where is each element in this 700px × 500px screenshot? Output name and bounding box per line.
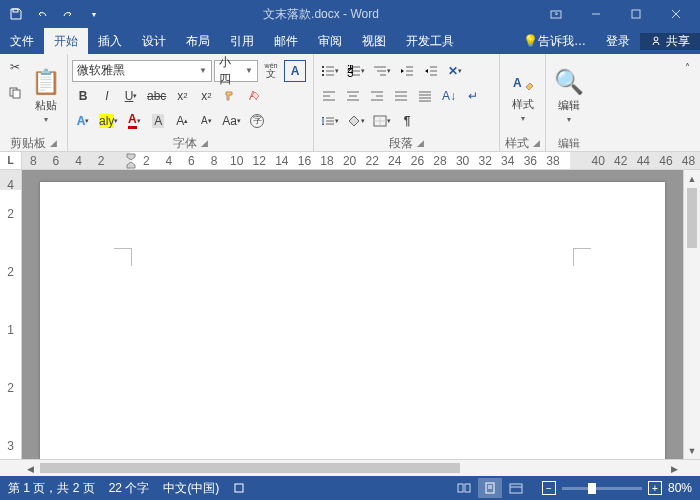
character-border-button[interactable]: A — [284, 60, 306, 82]
scroll-down-button[interactable]: ▼ — [684, 442, 700, 459]
clipboard-launcher[interactable]: ◢ — [50, 138, 57, 148]
align-justify-button[interactable] — [390, 85, 412, 107]
horizontal-scrollbar[interactable]: ◀ ▶ — [0, 459, 700, 476]
format-painter-button[interactable] — [219, 85, 241, 107]
font-launcher[interactable]: ◢ — [201, 138, 208, 148]
web-layout-button[interactable] — [504, 478, 528, 498]
enclose-char-button[interactable]: 字 — [246, 110, 268, 132]
scroll-thumb-h[interactable] — [40, 463, 460, 473]
record-macro-icon[interactable] — [233, 482, 245, 494]
align-right-button[interactable] — [366, 85, 388, 107]
highlight-button[interactable]: aly▾ — [96, 110, 121, 132]
italic-button[interactable]: I — [96, 85, 118, 107]
language-status[interactable]: 中文(中国) — [163, 480, 219, 497]
cut-button[interactable]: ✂ — [4, 56, 26, 78]
zoom-slider[interactable] — [562, 487, 642, 490]
distributed-button[interactable] — [414, 85, 436, 107]
font-color-button[interactable]: A▾ — [123, 110, 145, 132]
maximize-button[interactable] — [616, 0, 656, 28]
zoom-slider-thumb[interactable] — [588, 483, 596, 494]
scroll-up-button[interactable]: ▲ — [684, 170, 700, 187]
char-shading-button[interactable]: A — [147, 110, 169, 132]
scroll-right-button[interactable]: ▶ — [666, 460, 683, 477]
superscript-button[interactable]: x2 — [195, 85, 217, 107]
tab-开发工具[interactable]: 开发工具 — [396, 28, 464, 54]
horizontal-ruler[interactable]: L 86422468101214161820222426283032343638… — [0, 152, 700, 170]
svg-point-10 — [322, 70, 324, 72]
scroll-thumb[interactable] — [687, 188, 697, 248]
paste-button[interactable]: 📋 粘贴 ▾ — [28, 56, 63, 135]
window-title: 文末落款.docx - Word — [106, 6, 536, 23]
zoom-out-button[interactable]: − — [542, 481, 556, 495]
qat-customize[interactable]: ▾ — [82, 2, 106, 26]
show-marks-button[interactable]: ↵ — [462, 85, 484, 107]
font-name-combo[interactable]: 微软雅黑▼ — [72, 60, 212, 82]
decrease-indent-button[interactable] — [396, 60, 418, 82]
editing-button[interactable]: 🔍 编辑 ▾ — [550, 56, 588, 135]
zoom-level[interactable]: 80% — [668, 481, 692, 495]
login-button[interactable]: 登录 — [596, 33, 640, 50]
asian-layout-button[interactable]: ✕▾ — [444, 60, 466, 82]
copy-button[interactable] — [4, 82, 26, 104]
align-center-button[interactable] — [342, 85, 364, 107]
collapse-ribbon-button[interactable]: ˄ — [676, 56, 698, 78]
close-button[interactable] — [656, 0, 696, 28]
font-size-combo[interactable]: 小四▼ — [214, 60, 258, 82]
bold-button[interactable]: B — [72, 85, 94, 107]
svg-rect-53 — [458, 484, 463, 492]
ruler-toggle[interactable]: L — [0, 152, 22, 169]
sort-button[interactable]: A↓ — [438, 85, 460, 107]
styles-button[interactable]: A 样式 ▾ — [504, 56, 541, 135]
scroll-left-button[interactable]: ◀ — [22, 460, 39, 477]
numbering-button[interactable]: 123▾ — [344, 60, 368, 82]
shrink-font-button[interactable]: A▾ — [195, 110, 217, 132]
shading-button[interactable]: ▾ — [344, 110, 368, 132]
tab-开始[interactable]: 开始 — [44, 28, 88, 54]
show-hide-button[interactable]: ¶ — [396, 110, 418, 132]
svg-rect-54 — [465, 484, 470, 492]
document-area[interactable] — [22, 170, 683, 459]
change-case-button[interactable]: Aa▾ — [219, 110, 244, 132]
read-mode-button[interactable] — [452, 478, 476, 498]
multilevel-list-button[interactable]: ▾ — [370, 60, 394, 82]
clear-format-button[interactable]: A — [243, 85, 265, 107]
vertical-ruler[interactable]: 42212345678 — [0, 170, 22, 459]
undo-button[interactable] — [30, 2, 54, 26]
print-layout-button[interactable] — [478, 478, 502, 498]
ribbon-display-options[interactable] — [536, 0, 576, 28]
tab-视图[interactable]: 视图 — [352, 28, 396, 54]
tab-布局[interactable]: 布局 — [176, 28, 220, 54]
tell-me[interactable]: 💡 告诉我… — [513, 33, 596, 50]
tab-引用[interactable]: 引用 — [220, 28, 264, 54]
increase-indent-button[interactable] — [420, 60, 442, 82]
subscript-button[interactable]: x2 — [171, 85, 193, 107]
save-button[interactable] — [4, 2, 28, 26]
underline-button[interactable]: U ▾ — [120, 85, 142, 107]
tab-设计[interactable]: 设计 — [132, 28, 176, 54]
phonetic-guide-button[interactable]: wén文 — [260, 60, 282, 82]
page[interactable] — [40, 182, 665, 459]
vertical-scrollbar[interactable]: ▲ ▼ — [683, 170, 700, 459]
strikethrough-button[interactable]: abc — [144, 85, 169, 107]
paragraph-launcher[interactable]: ◢ — [417, 138, 424, 148]
svg-point-4 — [654, 37, 658, 41]
svg-point-8 — [322, 66, 324, 68]
redo-button[interactable] — [56, 2, 80, 26]
minimize-button[interactable] — [576, 0, 616, 28]
tab-插入[interactable]: 插入 — [88, 28, 132, 54]
styles-launcher[interactable]: ◢ — [533, 138, 540, 148]
tab-审阅[interactable]: 审阅 — [308, 28, 352, 54]
tab-邮件[interactable]: 邮件 — [264, 28, 308, 54]
word-count[interactable]: 22 个字 — [109, 480, 150, 497]
page-status[interactable]: 第 1 页，共 2 页 — [8, 480, 95, 497]
zoom-in-button[interactable]: + — [648, 481, 662, 495]
tab-文件[interactable]: 文件 — [0, 28, 44, 54]
text-effects-button[interactable]: A▾ — [72, 110, 94, 132]
indent-marker[interactable] — [126, 152, 136, 169]
share-button[interactable]: 共享 — [640, 33, 700, 50]
bullets-button[interactable]: ▾ — [318, 60, 342, 82]
grow-font-button[interactable]: A▴ — [171, 110, 193, 132]
borders-button[interactable]: ▾ — [370, 110, 394, 132]
line-spacing-button[interactable]: ▾ — [318, 110, 342, 132]
align-left-button[interactable] — [318, 85, 340, 107]
